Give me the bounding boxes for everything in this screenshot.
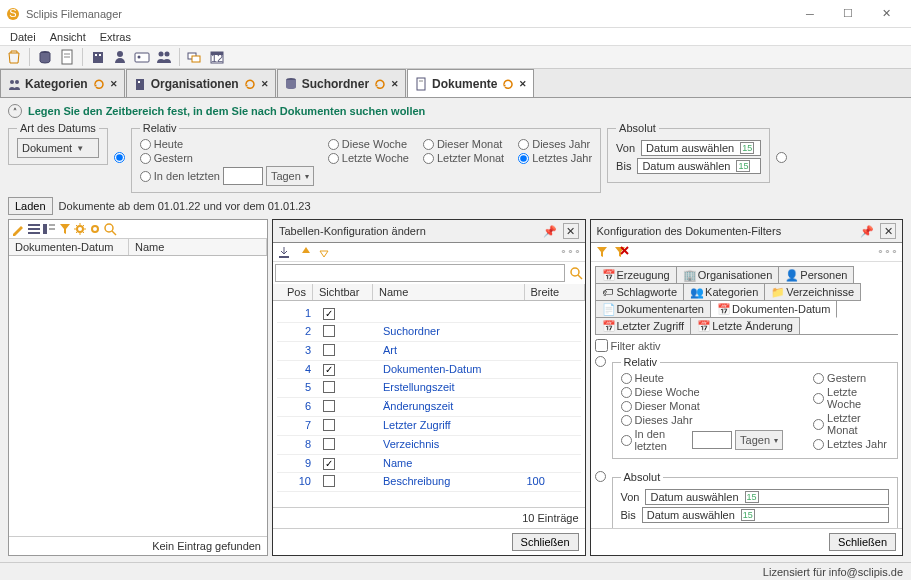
gear-icon[interactable] xyxy=(73,222,87,236)
refresh-icon[interactable] xyxy=(243,77,257,91)
visible-checkbox[interactable] xyxy=(323,475,335,487)
f-radio-letztewoche[interactable] xyxy=(813,393,824,404)
ftab-erzeugung[interactable]: 📅Erzeugung xyxy=(595,266,677,284)
radio-letztewoche[interactable] xyxy=(328,153,339,164)
radio-letztesjahr[interactable] xyxy=(518,153,529,164)
visible-checkbox[interactable] xyxy=(323,325,335,337)
bis-datepicker[interactable]: Datum auswählen15 xyxy=(637,158,761,174)
document-icon[interactable] xyxy=(57,47,77,67)
th-sichtbar[interactable]: Sichtbar xyxy=(313,284,373,300)
gear2-icon[interactable] xyxy=(88,222,102,236)
close-button[interactable]: Schließen xyxy=(829,533,896,551)
close-icon[interactable]: ✕ xyxy=(110,79,118,89)
grip-icon[interactable]: ∘∘∘ xyxy=(877,245,898,259)
th-name[interactable]: Name xyxy=(373,284,525,300)
radio-letztermonat[interactable] xyxy=(423,153,434,164)
fmode-absolut-radio[interactable] xyxy=(595,471,606,482)
dialog-close-icon[interactable]: ✕ xyxy=(563,223,579,239)
card-icon[interactable] xyxy=(132,47,152,67)
ftab-schlagworte[interactable]: 🏷Schlagworte xyxy=(595,283,685,301)
import-icon[interactable] xyxy=(277,245,291,259)
tag-copy-icon[interactable] xyxy=(185,47,205,67)
inletzten-input[interactable] xyxy=(223,167,263,185)
close-icon[interactable]: ✕ xyxy=(261,79,269,89)
fmode-relativ-radio[interactable] xyxy=(595,356,606,367)
col-date[interactable]: Dokumenten-Datum xyxy=(9,239,129,255)
ftab-verzeichnisse[interactable]: 📁Verzeichnisse xyxy=(764,283,861,301)
expander-toggle[interactable]: ˄ xyxy=(8,104,22,118)
up-icon[interactable] xyxy=(299,245,313,259)
menu-extras[interactable]: Extras xyxy=(94,30,137,44)
visible-checkbox[interactable] xyxy=(323,344,335,356)
database-icon[interactable] xyxy=(35,47,55,67)
menu-ansicht[interactable]: Ansicht xyxy=(44,30,92,44)
ftab-personen[interactable]: 👤Personen xyxy=(778,266,854,284)
ftab-dokumentenarten[interactable]: 📄Dokumentenarten xyxy=(595,300,711,318)
f-radio-diesesjahr[interactable] xyxy=(621,415,632,426)
visible-checkbox[interactable] xyxy=(323,381,335,393)
load-button[interactable]: Laden xyxy=(8,197,53,215)
pin-icon[interactable]: 📌 xyxy=(543,225,557,238)
minimize-button[interactable]: ─ xyxy=(791,0,829,27)
tab-organisationen[interactable]: Organisationen ✕ xyxy=(126,69,276,97)
close-icon[interactable]: ✕ xyxy=(519,79,527,89)
filter-aktiv-checkbox[interactable] xyxy=(595,339,608,352)
calendar-icon[interactable]: 12 xyxy=(207,47,227,67)
tab-dokumente[interactable]: Dokumente ✕ xyxy=(407,69,534,97)
list-icon[interactable] xyxy=(27,222,41,236)
f-radio-inletzten[interactable] xyxy=(621,435,632,446)
visible-checkbox[interactable] xyxy=(323,364,335,376)
menu-datei[interactable]: Datei xyxy=(4,30,42,44)
person-icon[interactable] xyxy=(110,47,130,67)
radio-gestern[interactable] xyxy=(140,153,151,164)
org-icon[interactable] xyxy=(88,47,108,67)
visible-checkbox[interactable] xyxy=(323,419,335,431)
dialog-close-icon[interactable]: ✕ xyxy=(880,223,896,239)
trash-icon[interactable] xyxy=(4,47,24,67)
refresh-icon[interactable] xyxy=(373,77,387,91)
table-row[interactable]: 3 Art xyxy=(277,342,581,361)
date-type-combo[interactable]: Dokument ▼ xyxy=(17,138,99,158)
search-icon[interactable] xyxy=(569,266,583,280)
radio-inletzten[interactable] xyxy=(140,171,151,182)
maximize-button[interactable]: ☐ xyxy=(829,0,867,27)
edit-icon[interactable] xyxy=(11,222,25,236)
mode-absolut-radio[interactable] xyxy=(776,152,787,163)
von-datepicker[interactable]: Datum auswählen15 xyxy=(641,140,761,156)
f-radio-diesewoche[interactable] xyxy=(621,387,632,398)
refresh-icon[interactable] xyxy=(501,77,515,91)
th-breite[interactable]: Breite xyxy=(525,284,585,300)
table-row[interactable]: 10 Beschreibung 100 xyxy=(277,473,581,492)
table-row[interactable]: 1 xyxy=(277,305,581,323)
mode-relativ-radio[interactable] xyxy=(114,152,125,163)
table-row[interactable]: 2 Suchordner xyxy=(277,323,581,342)
funnel-icon[interactable] xyxy=(595,245,609,259)
f-inletzten-input[interactable] xyxy=(692,431,732,449)
tab-kategorien[interactable]: Kategorien ✕ xyxy=(0,69,125,97)
col-name[interactable]: Name xyxy=(129,239,267,255)
persons-icon[interactable] xyxy=(154,47,174,67)
table-row[interactable]: 9 Name xyxy=(277,455,581,473)
th-pos[interactable]: Pos xyxy=(273,284,313,300)
f-bis-datepicker[interactable]: Datum auswählen15 xyxy=(642,507,889,523)
f-radio-letztermonat[interactable] xyxy=(813,419,824,430)
f-radio-heute[interactable] xyxy=(621,373,632,384)
ftab-letzteaenderung[interactable]: 📅Letzte Änderung xyxy=(690,317,800,335)
close-button[interactable]: Schließen xyxy=(512,533,579,551)
refresh-icon[interactable] xyxy=(92,77,106,91)
ftab-org[interactable]: 🏢Organisationen xyxy=(676,266,780,284)
funnel-clear-icon[interactable] xyxy=(613,245,629,259)
ftab-kategorien[interactable]: 👥Kategorien xyxy=(683,283,765,301)
radio-diesermonat[interactable] xyxy=(423,139,434,150)
visible-checkbox[interactable] xyxy=(323,438,335,450)
detail-icon[interactable] xyxy=(42,222,56,236)
radio-heute[interactable] xyxy=(140,139,151,150)
down-icon[interactable] xyxy=(317,245,331,259)
pin-icon[interactable]: 📌 xyxy=(860,225,874,238)
table-row[interactable]: 4 Dokumenten-Datum xyxy=(277,361,581,379)
f-radio-letztesjahr[interactable] xyxy=(813,439,824,450)
close-window-button[interactable]: ✕ xyxy=(867,0,905,27)
grip-icon[interactable]: ∘∘∘ xyxy=(560,245,581,259)
ftab-dokdatum[interactable]: 📅Dokumenten-Datum xyxy=(710,300,837,318)
f-tagen-combo[interactable]: Tagen▾ xyxy=(735,430,783,450)
